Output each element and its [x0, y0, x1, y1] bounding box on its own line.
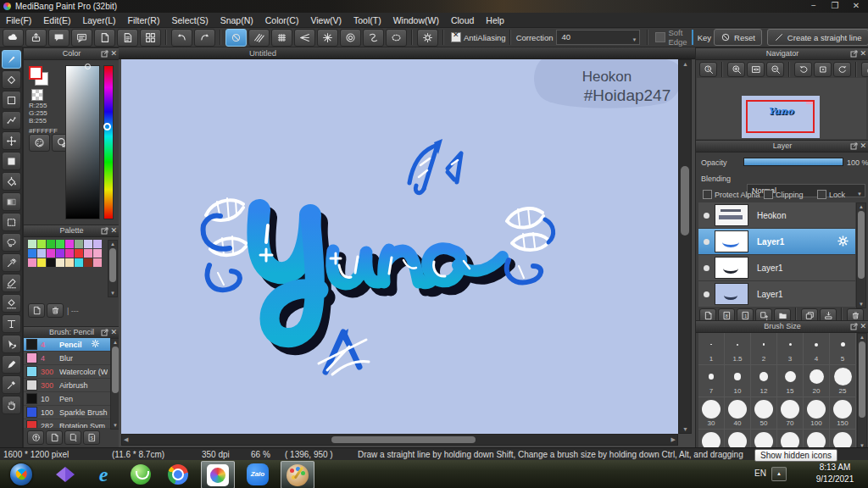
- palette-swatch[interactable]: [47, 249, 55, 258]
- delete-color-button[interactable]: [47, 303, 64, 318]
- transparent-color-swatch[interactable]: [31, 89, 43, 101]
- saturation-value-box[interactable]: [65, 65, 100, 219]
- start-button[interactable]: [5, 461, 37, 487]
- palette-swatch[interactable]: [47, 258, 55, 267]
- brush-size-cell[interactable]: 20: [804, 365, 830, 397]
- frame-button[interactable]: [2, 91, 21, 109]
- brush-size-cell[interactable]: 5: [830, 333, 856, 365]
- taskbar-internet-explorer-button[interactable]: e: [87, 461, 120, 487]
- scroll-right-icon[interactable]: ▶: [671, 436, 676, 443]
- snap-radial-button[interactable]: [317, 29, 338, 47]
- brush-size-cell[interactable]: 3: [777, 333, 804, 365]
- add-color-button[interactable]: [28, 303, 45, 318]
- palette-swatch[interactable]: [93, 258, 102, 267]
- close-icon[interactable]: ✕: [110, 48, 117, 59]
- taskbar-paint-button[interactable]: [281, 461, 314, 488]
- menu-item[interactable]: Snap(N): [214, 13, 259, 28]
- brush-size-cell[interactable]: 4: [804, 333, 830, 365]
- snap-parallel-button[interactable]: [248, 29, 270, 47]
- palette-swatch[interactable]: [37, 258, 46, 267]
- upload-brush-button[interactable]: [27, 430, 44, 445]
- fit-window-button[interactable]: [747, 62, 765, 77]
- popout-icon[interactable]: [101, 50, 108, 58]
- palette-swatch[interactable]: [56, 240, 64, 248]
- palette-swatch[interactable]: [93, 240, 102, 248]
- move-button[interactable]: [2, 131, 21, 150]
- brush-button[interactable]: [2, 50, 21, 69]
- zoom-in-button[interactable]: [727, 62, 745, 77]
- palette-swatch[interactable]: [84, 240, 92, 248]
- color-palette-button[interactable]: [29, 134, 50, 152]
- menu-item[interactable]: File(F): [0, 13, 37, 28]
- popout-icon[interactable]: [101, 329, 108, 336]
- menu-item[interactable]: Color(C): [259, 13, 305, 28]
- rotate-left-button[interactable]: [794, 62, 812, 77]
- gradient-button[interactable]: [2, 192, 21, 211]
- document-list-button[interactable]: [117, 29, 138, 47]
- brush-size-scrollbar[interactable]: ▲ ▼: [857, 333, 867, 450]
- brush-size-cell[interactable]: 12: [751, 365, 777, 397]
- brush-size-cell[interactable]: [751, 430, 777, 448]
- palette-swatch[interactable]: [65, 240, 74, 248]
- select-pen-button[interactable]: [2, 274, 21, 292]
- layer-visibility-dot[interactable]: [704, 239, 709, 245]
- scroll-down-icon[interactable]: ▼: [857, 301, 865, 308]
- layer-visibility-dot[interactable]: [704, 291, 709, 297]
- palette-swatch[interactable]: [65, 258, 74, 267]
- canvas[interactable]: Yuno Heokon #Hoidap247: [121, 59, 678, 434]
- layer-row[interactable]: Layer1: [698, 281, 855, 307]
- popout-icon[interactable]: [101, 227, 108, 235]
- undo-button[interactable]: [171, 29, 192, 47]
- snap-grid-button[interactable]: [271, 29, 292, 47]
- snap-off-button[interactable]: [225, 29, 247, 47]
- palette-swatch[interactable]: [56, 258, 64, 267]
- palette-swatch[interactable]: [47, 240, 55, 248]
- brush-size-cell[interactable]: 2: [751, 333, 777, 365]
- palette-swatch[interactable]: [37, 240, 46, 248]
- brush-row[interactable]: 300 Airbrush: [24, 379, 110, 392]
- comment-button[interactable]: [48, 29, 70, 47]
- layer-list-scrollbar[interactable]: ▲ ▼: [856, 202, 866, 308]
- scroll-up-icon[interactable]: ▲: [108, 241, 117, 247]
- palette-swatch[interactable]: [75, 258, 83, 267]
- view-lock-button[interactable]: [861, 62, 868, 77]
- show-hidden-icons-button[interactable]: ▲: [771, 467, 787, 481]
- snap-curve-button[interactable]: [363, 29, 384, 47]
- brush-size-cell[interactable]: 1: [698, 333, 725, 365]
- popout-icon[interactable]: [850, 142, 858, 150]
- brush-size-cell[interactable]: 15: [777, 365, 804, 397]
- menu-item[interactable]: Tool(T): [348, 13, 387, 28]
- menu-item[interactable]: Layer(L): [76, 13, 121, 28]
- taskbar-zalo-button[interactable]: Zalo: [242, 461, 274, 487]
- select-rect-button[interactable]: [2, 213, 21, 231]
- close-icon[interactable]: ✕: [110, 225, 117, 236]
- chat-button[interactable]: [71, 29, 92, 47]
- brush-size-cell[interactable]: [830, 430, 856, 448]
- antialiasing-checkbox[interactable]: [451, 32, 461, 42]
- tiles-button[interactable]: [140, 29, 161, 47]
- brush-size-cell[interactable]: [804, 430, 830, 448]
- brush-size-cell[interactable]: 10: [725, 365, 751, 397]
- minimize-button[interactable]: −: [804, 0, 824, 12]
- menu-item[interactable]: Help: [480, 13, 510, 28]
- cloud-button[interactable]: [3, 29, 24, 47]
- foreground-color-swatch[interactable]: [29, 66, 42, 80]
- brush-row[interactable]: 4 Pencil: [24, 338, 110, 352]
- palette-scrollbar[interactable]: ▲ ▼: [108, 240, 118, 297]
- scroll-up-icon[interactable]: ▲: [857, 203, 865, 210]
- language-indicator[interactable]: EN: [754, 469, 766, 478]
- palette-swatch[interactable]: [84, 258, 92, 267]
- canvas-horizontal-scrollbar[interactable]: ◀ ▶: [121, 434, 678, 446]
- protect-alpha-checkbox[interactable]: [703, 190, 712, 199]
- rotate-reset-button[interactable]: [814, 62, 832, 77]
- brush-size-cell[interactable]: 40: [725, 397, 751, 430]
- zoom-out-button[interactable]: [766, 62, 784, 77]
- taskbar-chrome-button[interactable]: [162, 461, 194, 487]
- brush-size-cell[interactable]: [725, 430, 751, 448]
- snap-ellipse-button[interactable]: [386, 29, 407, 47]
- text-button[interactable]: [2, 314, 21, 333]
- brush-row[interactable]: 100 Sparkle Brush: [24, 406, 110, 419]
- palette-swatch[interactable]: [37, 249, 46, 258]
- scroll-up-icon[interactable]: ▲: [682, 61, 688, 67]
- publish-button[interactable]: [25, 29, 47, 47]
